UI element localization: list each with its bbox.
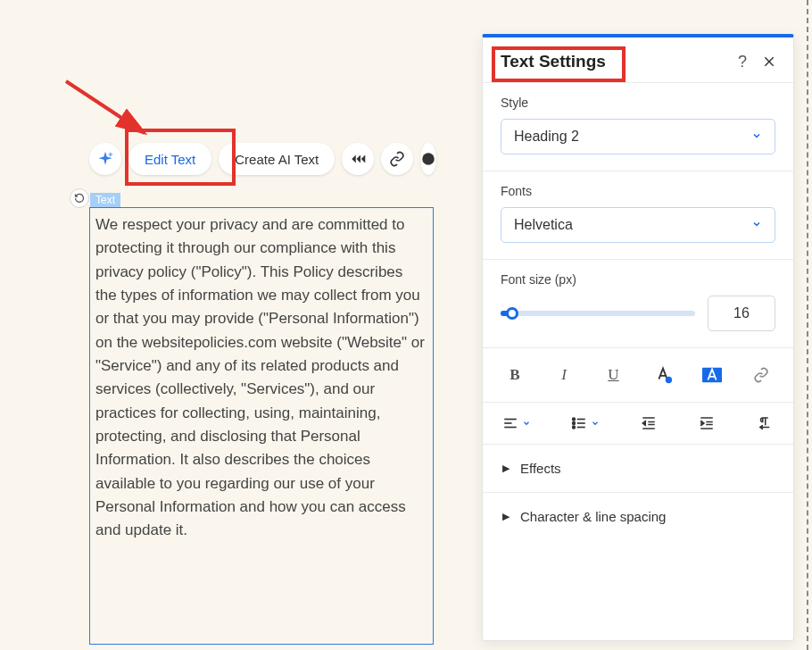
undo-icon xyxy=(74,193,85,204)
text-content-box[interactable]: We respect your privacy and are committe… xyxy=(89,207,434,645)
link-icon xyxy=(753,367,769,383)
canvas-edge xyxy=(807,0,808,650)
svg-point-4 xyxy=(665,377,671,383)
spacing-accordion[interactable]: ▶ Character & line spacing xyxy=(483,493,793,540)
create-ai-text-button[interactable]: Create AI Text xyxy=(219,143,335,175)
spacing-label: Character & line spacing xyxy=(520,509,666,524)
svg-point-1 xyxy=(422,153,435,165)
style-select[interactable]: Heading 2 xyxy=(501,119,775,154)
text-element-badge: Text xyxy=(90,193,120,207)
close-button[interactable] xyxy=(763,55,775,68)
slider-knob[interactable] xyxy=(506,307,518,320)
edit-text-label: Edit Text xyxy=(145,152,195,167)
edit-text-button[interactable]: Edit Text xyxy=(128,143,211,175)
text-content: We respect your privacy and are committe… xyxy=(95,216,425,538)
help-button[interactable]: ? xyxy=(738,53,747,71)
highlight-button[interactable] xyxy=(700,362,725,388)
align-left-button[interactable] xyxy=(502,415,531,431)
format-row: B I U xyxy=(483,348,793,403)
effects-accordion[interactable]: ▶ Effects xyxy=(483,445,793,493)
outdent-icon xyxy=(640,415,658,431)
link-button[interactable] xyxy=(381,143,413,175)
close-icon xyxy=(763,55,775,68)
bullet-list-button[interactable] xyxy=(571,415,600,431)
indent-icon xyxy=(698,415,716,431)
fonts-label: Fonts xyxy=(501,184,775,198)
chevron-down-icon xyxy=(751,130,762,144)
help-icon: ? xyxy=(738,53,747,71)
undo-button[interactable] xyxy=(70,188,89,208)
textcolor-icon xyxy=(653,365,673,385)
indent-button[interactable] xyxy=(698,415,716,431)
italic-button[interactable]: I xyxy=(551,362,576,388)
more-icon xyxy=(420,151,436,167)
text-direction-button[interactable] xyxy=(756,415,774,431)
sparkle-icon xyxy=(96,150,114,168)
text-settings-panel: Text Settings ? Style Heading 2 Fonts He… xyxy=(482,34,794,641)
triangle-right-icon: ▶ xyxy=(502,511,510,522)
style-value: Heading 2 xyxy=(514,129,579,145)
outdent-button[interactable] xyxy=(640,415,658,431)
fonts-section: Fonts Helvetica xyxy=(483,171,793,260)
text-direction-icon xyxy=(756,415,774,431)
underline-button[interactable]: U xyxy=(601,362,626,388)
create-ai-text-label: Create AI Text xyxy=(235,152,319,167)
triangle-right-icon: ▶ xyxy=(502,462,510,474)
fontsize-section: Font size (px) xyxy=(483,260,793,348)
highlight-icon xyxy=(701,365,723,385)
svg-line-0 xyxy=(66,81,145,133)
fontsize-label: Font size (px) xyxy=(501,272,775,287)
align-row xyxy=(483,403,793,445)
fonts-select[interactable]: Helvetica xyxy=(501,207,775,243)
chevron-down-icon xyxy=(591,419,600,428)
effects-label: Effects xyxy=(520,461,561,476)
chevron-down-icon xyxy=(751,219,762,232)
fontsize-input[interactable] xyxy=(708,296,775,331)
panel-header: Text Settings ? xyxy=(483,38,793,83)
svg-point-13 xyxy=(573,426,576,429)
bullet-list-icon xyxy=(571,415,587,431)
annotation-arrow xyxy=(64,76,162,147)
style-label: Style xyxy=(501,96,775,110)
more-button[interactable] xyxy=(420,143,436,175)
panel-title: Text Settings xyxy=(501,52,606,71)
fonts-value: Helvetica xyxy=(514,217,573,233)
align-left-icon xyxy=(502,415,518,431)
textcolor-button[interactable] xyxy=(650,362,675,388)
fontsize-slider[interactable] xyxy=(501,311,695,316)
svg-point-9 xyxy=(573,418,576,421)
style-section: Style Heading 2 xyxy=(483,83,793,171)
animation-button[interactable] xyxy=(342,143,374,175)
floating-toolbar: Edit Text Create AI Text xyxy=(89,143,436,175)
chevron-down-icon xyxy=(522,419,531,428)
bold-button[interactable]: B xyxy=(502,362,527,388)
sparkle-button[interactable] xyxy=(89,143,121,175)
svg-point-11 xyxy=(573,422,576,425)
textlink-button[interactable] xyxy=(749,362,774,388)
animation-icon xyxy=(350,151,366,167)
link-icon xyxy=(389,151,405,167)
